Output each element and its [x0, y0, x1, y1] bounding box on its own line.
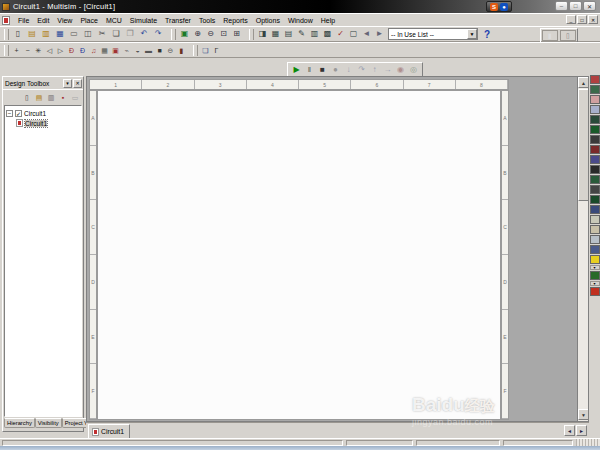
- frequency-counter-instrument-button[interactable]: [590, 135, 600, 144]
- tab-visibility[interactable]: Visibility: [35, 418, 62, 428]
- menu-options[interactable]: Options: [252, 16, 284, 25]
- toolbox-close-sheet-button[interactable]: ▪: [57, 91, 69, 103]
- menu-mcu[interactable]: MCU: [102, 16, 126, 25]
- schematic-sheet[interactable]: [97, 90, 501, 420]
- labview-instruments-button[interactable]: [590, 255, 600, 264]
- forward-annotate-button[interactable]: ►: [373, 27, 386, 41]
- vertical-scrollbar[interactable]: ▲ ▼: [577, 77, 588, 421]
- place-ni-component-button[interactable]: ▮: [176, 43, 187, 57]
- cut-button[interactable]: ✂: [95, 27, 109, 41]
- capture-area-button[interactable]: ▢: [347, 27, 360, 41]
- function-generator-instrument-button[interactable]: [590, 85, 600, 94]
- menu-window[interactable]: Window: [284, 16, 317, 25]
- tab-scroll-right-button[interactable]: ►: [576, 425, 587, 436]
- tree-child-row[interactable]: Circuit1: [6, 118, 80, 128]
- tray-info-icon[interactable]: ●: [500, 3, 508, 11]
- menu-file[interactable]: File: [14, 16, 33, 25]
- wattmeter-instrument-button[interactable]: [590, 95, 600, 104]
- tab-scroll-left-button[interactable]: ◄: [564, 425, 575, 436]
- open-button[interactable]: ▤: [25, 27, 39, 41]
- open-sample-button[interactable]: ▥: [39, 27, 53, 41]
- back-annotate-button[interactable]: ◄: [360, 27, 373, 41]
- step-over-button[interactable]: ↷: [355, 64, 368, 77]
- scroll-down-button[interactable]: ▼: [578, 409, 589, 420]
- mdi-close-button[interactable]: ✕: [588, 15, 598, 24]
- create-component-button[interactable]: ✎: [295, 27, 308, 41]
- document-tab-circuit1[interactable]: Circuit1: [88, 424, 130, 438]
- scroll-up-button[interactable]: ▲: [578, 77, 589, 88]
- new-button[interactable]: ▯: [11, 27, 25, 41]
- four-channel-oscilloscope-instrument-button[interactable]: [590, 115, 600, 124]
- design-toolbox-pin-button[interactable]: ▾: [63, 79, 72, 88]
- place-cmos-button[interactable]: Ð: [77, 43, 88, 57]
- toolbox-save-button[interactable]: ▥: [45, 91, 57, 103]
- place-bus-button[interactable]: Γ: [211, 43, 222, 57]
- menu-place[interactable]: Place: [76, 16, 102, 25]
- toolbox-print-button[interactable]: ▭: [69, 91, 81, 103]
- distortion-analyzer-instrument-button[interactable]: [590, 185, 600, 194]
- simulate-run-switch-button[interactable]: ▮: [542, 30, 558, 41]
- place-rf-button[interactable]: ■: [154, 43, 165, 57]
- mdi-restore-button[interactable]: □: [577, 15, 587, 24]
- tab-hierarchy[interactable]: Hierarchy: [4, 418, 35, 428]
- full-screen-button[interactable]: ▣: [178, 27, 191, 41]
- iv-analyzer-instrument-button[interactable]: [590, 175, 600, 184]
- in-use-list-combo[interactable]: -- In Use List -- ▼: [388, 28, 478, 40]
- database-manager-button[interactable]: ▤: [282, 27, 295, 41]
- tree-root-row[interactable]: − ✓ Circuit1: [6, 108, 80, 118]
- step-out-button[interactable]: ↑: [368, 64, 381, 77]
- schematic-workspace[interactable]: 12345678 ABCDEF ABCDEF ▲ ▼: [86, 76, 589, 422]
- tree-root-label[interactable]: Circuit1: [24, 110, 46, 117]
- redo-button[interactable]: ↷: [151, 27, 165, 41]
- place-advanced-peripherals-button[interactable]: ▬: [143, 43, 154, 57]
- toolbox-new-button[interactable]: ▯: [21, 91, 33, 103]
- place-misc-digital-button[interactable]: ♫: [88, 43, 99, 57]
- place-mixed-button[interactable]: ▦: [99, 43, 110, 57]
- place-power-button[interactable]: ⌁: [121, 43, 132, 57]
- tree-root-checkbox[interactable]: ✓: [15, 110, 22, 117]
- run-to-cursor-button[interactable]: →: [381, 64, 394, 77]
- paste-button[interactable]: ❐: [123, 27, 137, 41]
- logic-analyzer-instrument-button[interactable]: [590, 165, 600, 174]
- pause-simulation-button[interactable]: ‖: [303, 64, 316, 77]
- word-generator-instrument-button[interactable]: [590, 145, 600, 154]
- place-misc-button[interactable]: ◒: [132, 43, 143, 57]
- window-minimize-button[interactable]: –: [555, 1, 568, 11]
- zoom-out-button[interactable]: ⊖: [204, 27, 217, 41]
- place-source-button[interactable]: +: [11, 43, 22, 57]
- print-preview-button[interactable]: ◫: [81, 27, 95, 41]
- ni-elvis-instruments-button[interactable]: [590, 271, 600, 280]
- menu-edit[interactable]: Edit: [33, 16, 53, 25]
- zoom-area-button[interactable]: ⊡: [217, 27, 230, 41]
- menu-help[interactable]: Help: [317, 16, 339, 25]
- place-electromechanical-button[interactable]: ⊖: [165, 43, 176, 57]
- spreadsheet-view-button[interactable]: ▦: [269, 27, 282, 41]
- zoom-in-button[interactable]: ⊕: [191, 27, 204, 41]
- print-button[interactable]: ▭: [67, 27, 81, 41]
- tektronix-oscilloscope-instrument-button[interactable]: [590, 245, 600, 254]
- mdi-minimize-button[interactable]: _: [566, 15, 576, 24]
- agilent-oscilloscope-instrument-button[interactable]: [590, 235, 600, 244]
- place-indicator-button[interactable]: ▣: [110, 43, 121, 57]
- logic-converter-instrument-button[interactable]: [590, 155, 600, 164]
- run-simulation-button[interactable]: ▶: [290, 64, 303, 77]
- current-probe-button[interactable]: [590, 287, 600, 296]
- vertical-scrollbar-thumb[interactable]: [578, 89, 589, 201]
- place-diode-button[interactable]: ✳: [33, 43, 44, 57]
- grapher-button[interactable]: ▥: [308, 27, 321, 41]
- remove-breakpoints-button[interactable]: ◎: [407, 64, 420, 77]
- agilent-function-generator-instrument-button[interactable]: [590, 215, 600, 224]
- toggle-breakpoint-button[interactable]: ◉: [394, 64, 407, 77]
- window-close-button[interactable]: ✕: [583, 1, 596, 11]
- hierarchical-block-button[interactable]: ❏: [200, 43, 211, 57]
- save-button[interactable]: ▦: [53, 27, 67, 41]
- menu-transfer[interactable]: Transfer: [161, 16, 195, 25]
- toolbox-open-button[interactable]: ▤: [33, 91, 45, 103]
- tray-s-icon[interactable]: S: [490, 3, 498, 11]
- labview-instruments-dropdown[interactable]: ▾: [590, 265, 600, 270]
- design-toolbox-close-button[interactable]: ✕: [73, 79, 82, 88]
- tree-child-label[interactable]: Circuit1: [25, 120, 47, 127]
- oscilloscope-instrument-button[interactable]: [590, 105, 600, 114]
- menu-tools[interactable]: Tools: [195, 16, 219, 25]
- help-button[interactable]: ?: [480, 27, 494, 41]
